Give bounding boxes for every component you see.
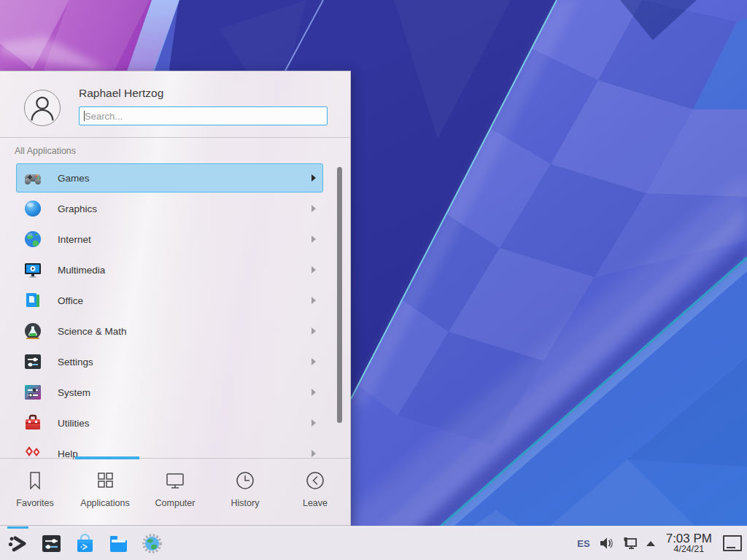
submenu-arrow-icon bbox=[311, 389, 316, 396]
menu-item-multimedia[interactable]: Multimedia bbox=[16, 255, 323, 284]
taskbar: ES 7:03 PM 4/24/21 bbox=[0, 526, 747, 560]
application-launcher-menu: Raphael Hertzog All Applications Games bbox=[0, 71, 351, 526]
bookmark-icon bbox=[23, 469, 47, 492]
menu-item-utilities[interactable]: Utilities bbox=[16, 408, 323, 438]
tab-label: Applications bbox=[80, 498, 129, 508]
menu-item-label: Multimedia bbox=[58, 265, 105, 276]
tab-label: Computer bbox=[155, 498, 196, 508]
submenu-arrow-icon bbox=[311, 419, 316, 427]
file-manager-button[interactable] bbox=[108, 533, 129, 554]
tab-bar: Favorites Applications Computer History bbox=[0, 458, 350, 525]
show-desktop-button[interactable] bbox=[723, 535, 742, 551]
tab-favorites[interactable]: Favorites bbox=[0, 459, 70, 525]
sphere-icon bbox=[23, 199, 42, 218]
globe-icon bbox=[23, 230, 42, 249]
tab-label: History bbox=[231, 498, 260, 508]
section-label: All Applications bbox=[15, 146, 76, 156]
tab-label: Leave bbox=[303, 498, 328, 508]
menu-item-label: System bbox=[58, 387, 90, 398]
menu-item-graphics[interactable]: Graphics bbox=[16, 194, 323, 223]
network-icon[interactable] bbox=[622, 535, 638, 551]
tab-computer[interactable]: Computer bbox=[140, 459, 210, 525]
system-sliders-icon bbox=[23, 383, 42, 402]
scrollbar[interactable] bbox=[337, 167, 342, 423]
menu-item-label: Office bbox=[58, 295, 83, 306]
system-tray: ES 7:03 PM 4/24/21 bbox=[577, 532, 747, 555]
keyboard-layout-indicator[interactable]: ES bbox=[577, 538, 589, 549]
submenu-arrow-icon bbox=[311, 297, 316, 304]
menu-item-science-math[interactable]: Science & Math bbox=[16, 316, 323, 346]
header-divider bbox=[0, 137, 350, 138]
menu-item-system[interactable]: System bbox=[16, 378, 323, 407]
menu-item-internet[interactable]: Internet bbox=[16, 225, 323, 254]
menu-item-label: Games bbox=[58, 173, 90, 184]
submenu-arrow-icon bbox=[311, 236, 316, 243]
computer-icon bbox=[163, 469, 187, 492]
documents-icon bbox=[23, 291, 42, 310]
system-settings-button[interactable] bbox=[41, 533, 62, 554]
desktop: Raphael Hertzog All Applications Games bbox=[0, 0, 747, 560]
toolbox-icon bbox=[23, 413, 42, 432]
category-list: Games Graphics Internet bbox=[0, 163, 350, 459]
text-caret bbox=[84, 111, 85, 121]
monitor-play-icon bbox=[23, 260, 42, 279]
launcher-header: Raphael Hertzog bbox=[0, 71, 350, 137]
menu-item-help[interactable]: Help bbox=[16, 439, 323, 459]
sliders-icon bbox=[23, 352, 42, 371]
submenu-arrow-icon bbox=[311, 266, 316, 273]
expand-tray-icon[interactable] bbox=[646, 541, 655, 546]
submenu-arrow-icon bbox=[311, 205, 316, 212]
tab-label: Favorites bbox=[16, 498, 53, 508]
menu-item-games[interactable]: Games bbox=[16, 163, 323, 192]
volume-icon[interactable] bbox=[598, 535, 614, 551]
menu-item-office[interactable]: Office bbox=[16, 286, 323, 315]
discover-store-button[interactable] bbox=[74, 533, 96, 554]
taskbar-launchers bbox=[0, 533, 163, 554]
clock[interactable]: 7:03 PM 4/24/21 bbox=[666, 532, 712, 555]
menu-item-label: Internet bbox=[58, 234, 91, 245]
user-avatar[interactable] bbox=[24, 90, 61, 126]
submenu-arrow-icon bbox=[311, 174, 316, 182]
gamepad-icon bbox=[23, 168, 42, 187]
help-icon bbox=[23, 444, 42, 459]
tab-history[interactable]: History bbox=[210, 459, 280, 525]
clock-icon bbox=[233, 469, 257, 492]
active-tab-indicator bbox=[75, 456, 139, 459]
grid-icon bbox=[93, 469, 117, 492]
submenu-arrow-icon bbox=[311, 450, 316, 457]
flask-icon bbox=[23, 322, 42, 341]
menu-item-label: Settings bbox=[58, 357, 93, 368]
tab-applications[interactable]: Applications bbox=[70, 459, 140, 525]
submenu-arrow-icon bbox=[311, 358, 316, 365]
menu-item-settings[interactable]: Settings bbox=[16, 347, 323, 376]
menu-item-label: Utilities bbox=[58, 418, 90, 429]
menu-item-label: Graphics bbox=[58, 203, 97, 214]
submenu-arrow-icon bbox=[311, 327, 316, 335]
app-launcher-button[interactable] bbox=[7, 533, 28, 554]
menu-item-label: Science & Math bbox=[58, 326, 127, 337]
search-input[interactable] bbox=[79, 106, 328, 125]
user-name: Raphael Hertzog bbox=[79, 87, 163, 100]
tab-leave[interactable]: Leave bbox=[280, 459, 350, 525]
clock-date: 4/24/21 bbox=[666, 545, 712, 554]
leave-icon bbox=[303, 469, 327, 492]
clock-time: 7:03 PM bbox=[666, 532, 712, 545]
web-browser-button[interactable] bbox=[142, 533, 163, 554]
